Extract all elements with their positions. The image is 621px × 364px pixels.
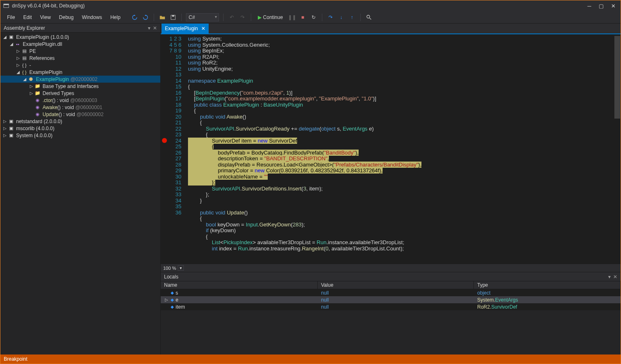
tree-namespace[interactable]: ◢{ }ExamplePlugin bbox=[0, 69, 160, 76]
tree-system[interactable]: ▷▣System (4.0.0.0) bbox=[0, 132, 160, 139]
tab-label: ExamplePlugin bbox=[165, 26, 198, 31]
nav-back-button[interactable] bbox=[131, 13, 139, 21]
svg-rect-3 bbox=[172, 15, 174, 17]
close-button[interactable]: ✕ bbox=[611, 3, 616, 9]
save-button[interactable] bbox=[169, 13, 177, 21]
col-value[interactable]: Value bbox=[318, 281, 474, 289]
col-type[interactable]: Type bbox=[474, 281, 621, 289]
locals-title: Locals bbox=[164, 274, 178, 280]
toolbar: C# ↶ ↷ ▶ Continue ❚❚ ■ ↻ ↷ ↓ ↑ bbox=[131, 13, 373, 21]
svg-line-5 bbox=[369, 17, 371, 19]
menu-debug[interactable]: Debug bbox=[55, 13, 78, 22]
step-into-button[interactable]: ↓ bbox=[337, 13, 345, 21]
app-icon bbox=[3, 2, 10, 9]
restart-button[interactable]: ↻ bbox=[309, 13, 318, 21]
tree-netstandard[interactable]: ▷▣netstandard (2.0.0.0) bbox=[0, 118, 160, 125]
titlebar: dnSpy v6.0.4 (64-bit, Debugging) ─ ▢ ✕ bbox=[0, 0, 621, 11]
vertical-scrollbar[interactable] bbox=[614, 34, 621, 264]
redo-button[interactable]: ↷ bbox=[238, 13, 247, 21]
nav-forward-button[interactable] bbox=[141, 13, 150, 21]
app-window: dnSpy v6.0.4 (64-bit, Debugging) ─ ▢ ✕ F… bbox=[0, 0, 621, 364]
tabbar: ExamplePlugin ✕ bbox=[161, 24, 621, 34]
step-over-button[interactable]: ↷ bbox=[326, 13, 335, 21]
tree-derivedtypes[interactable]: ▷📁Derived Types bbox=[0, 90, 160, 97]
stop-button[interactable]: ■ bbox=[299, 13, 307, 21]
zoom-dropdown[interactable]: ▾ bbox=[178, 265, 184, 271]
zoom-level: 100 % bbox=[163, 266, 176, 271]
play-icon: ▶ bbox=[258, 14, 262, 20]
locals-row[interactable]: ▷◆enullSystem.EventArgs bbox=[161, 296, 621, 303]
minimize-button[interactable]: ─ bbox=[588, 3, 591, 9]
assembly-tree[interactable]: ◢▣ExamplePlugin (1.0.0.0) ◢▪▪ExamplePlug… bbox=[0, 33, 160, 354]
menu-file[interactable]: File bbox=[3, 13, 19, 22]
locals-header: Locals ▾ ✕ bbox=[161, 272, 621, 281]
tree-method-update[interactable]: ▷◉Update() : void @06000002 bbox=[0, 111, 160, 118]
tree-pe[interactable]: ▷▤PE bbox=[0, 48, 160, 55]
panel-close-icon[interactable]: ✕ bbox=[153, 25, 157, 31]
tree-mscorlib[interactable]: ▷▣mscorlib (4.0.0.0) bbox=[0, 125, 160, 132]
menu-help[interactable]: Help bbox=[106, 13, 125, 22]
code-content[interactable]: using System;using System.Collections.Ge… bbox=[185, 34, 614, 264]
scrollbar-thumb[interactable] bbox=[614, 36, 620, 119]
status-text: Breakpoint bbox=[4, 356, 27, 362]
language-select[interactable]: C# bbox=[186, 13, 219, 21]
step-out-button[interactable]: ↑ bbox=[348, 13, 356, 21]
svg-point-4 bbox=[366, 15, 369, 18]
assembly-explorer-panel: Assembly Explorer ▾ ✕ ◢▣ExamplePlugin (1… bbox=[0, 24, 161, 354]
open-button[interactable] bbox=[158, 13, 167, 21]
zoom-bar: 100 % ▾ bbox=[161, 264, 621, 272]
tree-assembly-root[interactable]: ◢▣ExamplePlugin (1.0.0.0) bbox=[0, 33, 160, 40]
tree-references[interactable]: ▷▤References bbox=[0, 55, 160, 62]
tree-module-dll[interactable]: ◢▪▪ExamplePlugin.dll bbox=[0, 40, 160, 48]
search-button[interactable] bbox=[365, 13, 373, 21]
panel-header: Assembly Explorer ▾ ✕ bbox=[0, 24, 160, 33]
locals-columns: Name Value Type bbox=[161, 281, 621, 289]
panel-dropdown-icon[interactable]: ▾ bbox=[148, 25, 150, 31]
statusbar: Breakpoint bbox=[0, 354, 621, 364]
tree-class[interactable]: ◢⬣ExamplePlugin @02000002 bbox=[0, 76, 160, 83]
window-title: dnSpy v6.0.4 (64-bit, Debugging) bbox=[12, 3, 85, 9]
breakpoint-indicator[interactable] bbox=[162, 138, 167, 143]
tree-basetypes[interactable]: ▷📁Base Type and Interfaces bbox=[0, 83, 160, 90]
menubar: File Edit View Debug Windows Help C# ↶ ↷… bbox=[0, 11, 621, 24]
code-editor[interactable]: 1 2 3 4 5 6 7 8 9 10 11 12 13 14 15 16 1… bbox=[161, 34, 621, 264]
locals-panel: Locals ▾ ✕ Name Value Type ◆snullobject▷… bbox=[161, 272, 621, 354]
locals-dropdown-icon[interactable]: ▾ bbox=[608, 274, 611, 280]
undo-button[interactable]: ↶ bbox=[228, 13, 236, 21]
menu-view[interactable]: View bbox=[36, 13, 55, 22]
tree-dash-ns[interactable]: ▷{ }- bbox=[0, 62, 160, 69]
locals-close-icon[interactable]: ✕ bbox=[613, 274, 617, 280]
tab-exampleplugin[interactable]: ExamplePlugin ✕ bbox=[162, 24, 209, 33]
pause-button[interactable]: ❚❚ bbox=[288, 13, 296, 21]
continue-button[interactable]: ▶ Continue bbox=[255, 14, 286, 21]
main-area: ExamplePlugin ✕ 1 2 3 4 5 6 7 8 9 10 11 … bbox=[161, 24, 621, 354]
line-numbers: 1 2 3 4 5 6 7 8 9 10 11 12 13 14 15 16 1… bbox=[169, 34, 185, 264]
locals-row[interactable]: ◆itemnullRoR2.SurvivorDef bbox=[161, 303, 621, 310]
menu-edit[interactable]: Edit bbox=[19, 13, 36, 22]
maximize-button[interactable]: ▢ bbox=[599, 3, 604, 9]
menu-windows[interactable]: Windows bbox=[78, 13, 106, 22]
svg-rect-1 bbox=[4, 4, 9, 5]
locals-row[interactable]: ◆snullobject bbox=[161, 289, 621, 296]
locals-rows: ◆snullobject▷◆enullSystem.EventArgs◆item… bbox=[161, 289, 621, 310]
breakpoint-gutter[interactable] bbox=[161, 34, 169, 264]
panel-title: Assembly Explorer bbox=[4, 25, 45, 31]
tree-method-ctor[interactable]: ▷◉.ctor() : void @06000003 bbox=[0, 97, 160, 104]
tab-close-icon[interactable]: ✕ bbox=[201, 26, 205, 31]
tree-method-awake[interactable]: ▷◉Awake() : void @06000001 bbox=[0, 104, 160, 111]
col-name[interactable]: Name bbox=[161, 281, 318, 289]
